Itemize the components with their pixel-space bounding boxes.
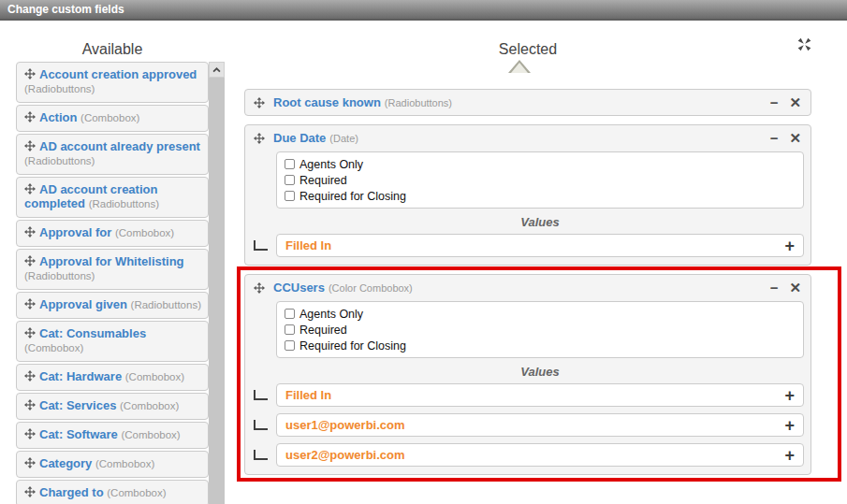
available-item-ad-account-already-present[interactable]: AD account already present (Radiobuttons… <box>16 134 209 175</box>
checkbox-icon[interactable] <box>285 159 295 169</box>
card-title: CCUsers <box>273 281 325 295</box>
available-item-approval-for-whitelisting[interactable]: Approval for Whitelisting (Radiobuttons) <box>16 249 209 290</box>
field-label: Category <box>39 456 92 470</box>
option-label: Required <box>299 324 347 337</box>
move-icon <box>24 428 36 439</box>
value-label: Filled In <box>285 388 331 402</box>
option-label: Required <box>299 174 347 187</box>
card-type: (Radiobuttons) <box>385 97 452 108</box>
move-icon <box>24 298 36 310</box>
value-row: Filled In + <box>276 383 804 407</box>
value-box: Filled In + <box>276 383 804 407</box>
option-required-for-closing[interactable]: Required for Closing <box>285 338 796 353</box>
available-list-scrollbar[interactable] <box>209 62 225 504</box>
card-ccusers: CCUsers (Color Combobox) − ✕ Agents Only… <box>244 274 811 475</box>
available-item-cat-hardware[interactable]: Cat: Hardware (Combobox) <box>16 364 209 391</box>
scroll-up-button[interactable] <box>209 62 225 78</box>
collapse-card-button[interactable]: − <box>770 281 779 295</box>
available-item-account-creation-approved[interactable]: Account creation approved (Radiobuttons) <box>16 62 209 103</box>
option-label: Agents Only <box>299 158 363 171</box>
move-icon <box>24 327 36 338</box>
available-item-cat-services[interactable]: Cat: Services (Combobox) <box>16 393 209 420</box>
move-icon <box>24 140 36 151</box>
collapse-card-button[interactable]: − <box>770 96 779 109</box>
field-type: (Combobox) <box>125 371 184 382</box>
card-header[interactable]: Root cause known (Radiobuttons) − ✕ <box>245 90 810 115</box>
available-column: Available Account creation approved (Rad… <box>16 41 225 504</box>
field-options-box: Agents Only Required Required for Closin… <box>276 151 804 209</box>
field-type: (Combobox) <box>120 400 179 411</box>
move-icon <box>24 183 36 194</box>
add-value-button[interactable]: + <box>784 239 795 252</box>
move-icon <box>24 399 36 410</box>
value-box: user1@powerbi.com + <box>276 413 804 437</box>
move-icon <box>24 457 36 468</box>
option-required[interactable]: Required <box>285 322 796 338</box>
option-agents-only[interactable]: Agents Only <box>285 156 796 172</box>
checkbox-icon[interactable] <box>285 340 295 351</box>
tree-connector-icon <box>254 240 268 251</box>
available-item-cat-consumables[interactable]: Cat: Consumables (Combobox) <box>16 321 209 362</box>
window-title-bar: Change custom fields <box>0 0 847 21</box>
remove-card-button[interactable]: ✕ <box>789 96 801 109</box>
card-header[interactable]: Due Date (Date) − ✕ <box>245 125 810 151</box>
move-icon <box>254 97 265 108</box>
available-item-cat-software[interactable]: Cat: Software (Combobox) <box>16 422 209 449</box>
option-label: Agents Only <box>299 308 363 321</box>
value-box: Filled In + <box>276 234 804 257</box>
move-icon <box>24 486 36 497</box>
value-box: user2@powerbi.com + <box>276 443 804 467</box>
checkbox-icon[interactable] <box>285 309 295 319</box>
checkbox-icon[interactable] <box>285 324 295 335</box>
field-type: (Combobox) <box>80 112 139 123</box>
available-item-ad-account-creation-completed[interactable]: AD account creation completed (Radiobutt… <box>16 177 209 218</box>
field-label: Cat: Consumables <box>39 326 146 340</box>
available-item-approval-for[interactable]: Approval for (Combobox) <box>16 220 209 247</box>
option-required[interactable]: Required <box>285 172 796 188</box>
add-value-button[interactable]: + <box>784 449 795 462</box>
field-label: Approval for Whitelisting <box>39 254 184 268</box>
value-row: Filled In + <box>276 234 804 257</box>
checkbox-icon[interactable] <box>285 191 295 201</box>
available-list: Account creation approved (Radiobuttons)… <box>16 62 209 504</box>
value-row: user2@powerbi.com + <box>276 443 804 467</box>
option-label: Required for Closing <box>299 190 406 203</box>
field-type: (Combobox) <box>95 458 154 469</box>
field-label: Cat: Hardware <box>39 369 122 383</box>
checkbox-icon[interactable] <box>285 175 295 185</box>
move-icon <box>24 226 36 238</box>
remove-card-button[interactable]: ✕ <box>789 132 801 145</box>
card-due-date: Due Date (Date) − ✕ Agents Only Required <box>244 124 811 266</box>
move-icon <box>24 370 36 382</box>
move-icon <box>254 282 265 294</box>
card-title: Due Date <box>273 131 326 145</box>
field-type: (Radiobuttons) <box>24 83 95 94</box>
field-type: (Radiobuttons) <box>131 299 201 310</box>
collapse-all-button[interactable] <box>796 37 811 52</box>
option-label: Required for Closing <box>299 339 406 353</box>
tree-connector-icon <box>254 390 268 400</box>
available-item-charged-to[interactable]: Charged to (Combobox) <box>16 480 209 504</box>
add-value-button[interactable]: + <box>784 419 795 432</box>
values-heading: Values <box>276 215 804 229</box>
field-type: (Radiobuttons) <box>89 198 159 209</box>
available-item-approval-given[interactable]: Approval given (Radiobuttons) <box>16 292 209 319</box>
field-label: Cat: Services <box>39 398 116 412</box>
field-label: Account creation approved <box>39 67 197 81</box>
option-required-for-closing[interactable]: Required for Closing <box>285 188 796 204</box>
field-label: Charged to <box>39 485 104 499</box>
available-item-action[interactable]: Action (Combobox) <box>16 105 209 132</box>
add-value-button[interactable]: + <box>784 389 795 402</box>
tree-connector-icon <box>254 450 268 460</box>
available-item-category[interactable]: Category (Combobox) <box>16 451 209 478</box>
move-icon <box>24 255 36 266</box>
field-label: Cat: Software <box>39 427 118 441</box>
option-agents-only[interactable]: Agents Only <box>285 306 796 322</box>
card-body: Agents Only Required Required for Closin… <box>245 151 810 265</box>
values-heading: Values <box>276 365 804 379</box>
collapse-card-button[interactable]: − <box>770 132 779 145</box>
card-body: Agents Only Required Required for Closin… <box>245 300 810 474</box>
card-header[interactable]: CCUsers (Color Combobox) − ✕ <box>245 275 810 300</box>
page-title: Change custom fields <box>7 3 124 16</box>
remove-card-button[interactable]: ✕ <box>789 281 801 295</box>
